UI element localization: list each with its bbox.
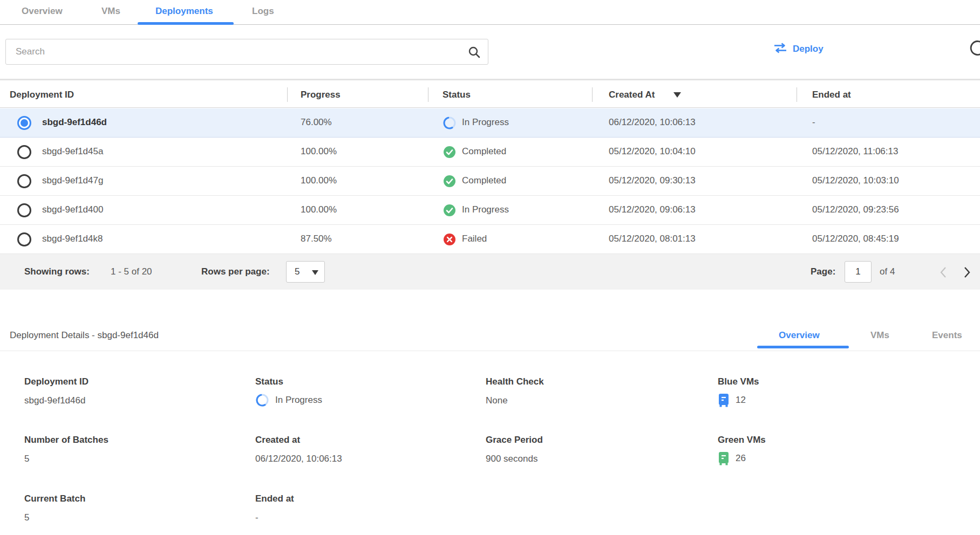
deploy-button-label: Deploy [793, 44, 824, 54]
rows-per-page-label: Rows per page: [201, 266, 270, 277]
status-cell: In Progress [462, 117, 509, 128]
col-header-progress: Progress [301, 90, 341, 100]
details-title: Deployment Details - sbgd-9ef1d46d [10, 330, 159, 341]
radio-unselected-icon[interactable] [17, 203, 31, 217]
details-divider [0, 351, 980, 351]
created-at-cell: 05/12/2020, 09:06:13 [609, 204, 696, 215]
field-label: Health Check [486, 376, 544, 387]
check-circle-icon [443, 203, 457, 217]
field-label: Current Batch [24, 493, 85, 504]
deployment-row[interactable]: sbgd-9ef1d400 100.00% In Progress 05/12/… [0, 196, 980, 225]
col-header-created-at[interactable]: Created At [609, 90, 655, 100]
page-label: Page: [811, 266, 835, 277]
details-tab-vms[interactable]: VMs [870, 330, 889, 341]
tab-vms[interactable]: VMs [101, 6, 120, 17]
radio-selected-icon[interactable] [17, 116, 31, 130]
x-circle-icon [443, 232, 457, 246]
spinner-icon [443, 116, 457, 130]
status-cell: In Progress [462, 204, 509, 215]
radio-unselected-icon[interactable] [17, 145, 31, 159]
header-divider [592, 87, 593, 102]
field-created-at: Created at 06/12/2020, 10:06:13 [255, 435, 342, 464]
status-cell: Completed [462, 146, 506, 157]
deployment-row[interactable]: sbgd-9ef1d47g 100.00% Completed 05/12/20… [0, 167, 980, 196]
table-footer: Showing rows: 1 - 5 of 20 Rows per page:… [0, 254, 980, 290]
tab-overview[interactable]: Overview [22, 6, 63, 17]
progress-cell: 100.00% [301, 146, 337, 157]
rows-per-page-value: 5 [295, 266, 300, 277]
field-label: Number of Batches [24, 435, 108, 445]
field-value: 900 seconds [486, 454, 543, 464]
deployment-row[interactable]: sbgd-9ef1d4k8 87.50% Failed 05/12/2020, … [0, 225, 980, 254]
details-tab-overview[interactable]: Overview [779, 330, 820, 341]
ended-at-cell: 05/12/2020, 09:23:56 [812, 204, 899, 215]
deployment-id-cell: sbgd-9ef1d4k8 [42, 234, 103, 244]
deployment-row[interactable]: sbgd-9ef1d45a 100.00% Completed 05/12/20… [0, 138, 980, 167]
field-label: Ended at [255, 493, 294, 504]
deploy-swap-icon [773, 43, 788, 56]
active-tab-underline [138, 22, 234, 25]
rows-per-page-select[interactable]: 5 [286, 261, 325, 283]
showing-rows-value: 1 - 5 of 20 [111, 266, 152, 277]
check-circle-icon [443, 174, 457, 188]
status-cell: Failed [462, 234, 487, 244]
deployments-page: Overview VMs Deployments Logs Deploy [0, 0, 980, 535]
field-value: - [255, 512, 294, 523]
search-box [5, 39, 488, 65]
created-at-cell: 05/12/2020, 08:01:13 [609, 234, 696, 244]
vm-blue-icon [718, 393, 730, 407]
status-cell: Completed [462, 175, 506, 186]
field-label: Green VMs [718, 435, 766, 445]
ended-at-cell: 05/12/2020, 08:45:19 [812, 234, 899, 244]
refresh-icon[interactable] [968, 40, 980, 60]
field-number-of-batches: Number of Batches 5 [24, 435, 108, 464]
tab-logs[interactable]: Logs [252, 6, 274, 17]
field-label: Grace Period [486, 435, 543, 445]
details-tab-events[interactable]: Events [932, 330, 962, 341]
field-value: 12 [736, 395, 746, 406]
ended-at-cell: - [812, 117, 815, 128]
search-icon [467, 45, 481, 62]
col-header-status: Status [443, 90, 471, 100]
page-number-input[interactable] [845, 261, 872, 283]
field-health-check: Health Check None [486, 376, 544, 406]
tab-deployments[interactable]: Deployments [155, 6, 213, 17]
field-value: 5 [24, 454, 108, 464]
radio-unselected-icon[interactable] [17, 174, 31, 188]
vm-green-icon [718, 451, 730, 465]
field-value: sbgd-9ef1d46d [24, 395, 89, 406]
deployment-id-cell: sbgd-9ef1d45a [42, 146, 103, 157]
deployment-row[interactable]: sbgd-9ef1d46d 76.00% In Progress 06/12/2… [0, 108, 980, 138]
page-prev-icon[interactable] [937, 265, 951, 282]
sort-desc-icon[interactable] [673, 92, 681, 98]
field-value: None [486, 395, 544, 406]
deployment-id-cell: sbgd-9ef1d46d [42, 117, 107, 128]
field-current-batch: Current Batch 5 [24, 493, 85, 523]
ended-at-cell: 05/12/2020, 11:06:13 [812, 146, 898, 157]
progress-cell: 100.00% [301, 175, 337, 186]
page-next-icon[interactable] [959, 265, 974, 282]
search-input[interactable] [6, 39, 488, 64]
field-blue-vms: Blue VMs 12 [718, 376, 759, 407]
page-total: of 4 [880, 266, 895, 277]
showing-rows-label: Showing rows: [24, 266, 90, 277]
progress-cell: 76.00% [301, 117, 332, 128]
table-top-divider [0, 79, 980, 80]
spinner-icon [255, 393, 269, 407]
details-active-tab-underline [757, 346, 849, 348]
progress-cell: 87.50% [301, 234, 332, 244]
field-value: 06/12/2020, 10:06:13 [255, 454, 342, 464]
field-green-vms: Green VMs 26 [718, 435, 766, 465]
dropdown-arrow-icon [312, 270, 318, 275]
deploy-button[interactable]: Deploy [773, 42, 824, 57]
radio-unselected-icon[interactable] [17, 232, 31, 246]
header-divider [797, 87, 797, 102]
created-at-cell: 05/12/2020, 10:04:10 [609, 146, 696, 157]
check-circle-icon [443, 145, 457, 159]
field-label: Blue VMs [718, 376, 759, 387]
field-value: 5 [24, 512, 85, 523]
field-value: 26 [736, 453, 746, 464]
field-status: Status In Progress [255, 376, 322, 407]
deployment-id-cell: sbgd-9ef1d47g [42, 175, 103, 186]
ended-at-cell: 05/12/2020, 10:03:10 [812, 175, 899, 186]
